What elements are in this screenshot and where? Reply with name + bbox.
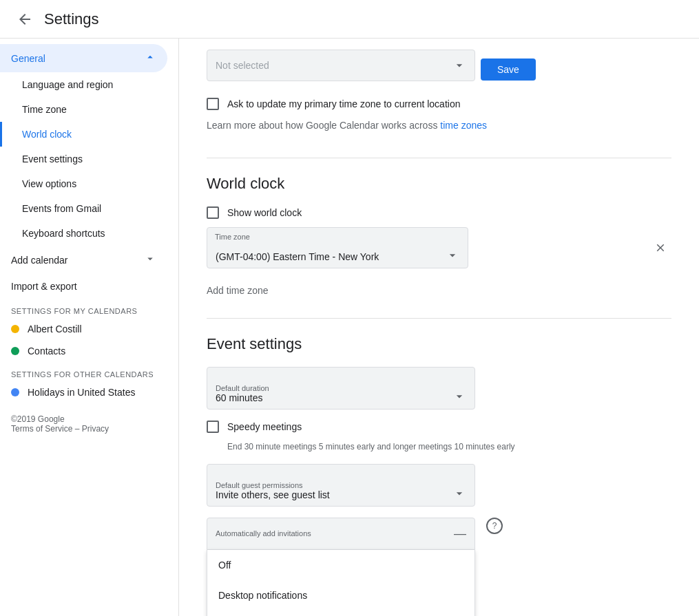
- world-clock-section: World clock Show world clock Time zone (…: [207, 158, 671, 319]
- import-export-label: Import & export: [11, 281, 77, 292]
- main-content: General Language and region Time zone Wo…: [0, 39, 699, 616]
- calendar-name-albert: Albert Costill: [28, 323, 82, 334]
- invitations-dropdown-open: Off Desktop notifications Alerts: [207, 550, 475, 616]
- show-world-clock-checkbox[interactable]: [207, 206, 219, 219]
- top-partial-section: Not selected Save Ask to update my prima…: [207, 39, 671, 158]
- chevron-up-icon: [144, 51, 156, 65]
- sidebar-item-viewoptions[interactable]: View options: [0, 171, 167, 196]
- app-header: Settings: [0, 0, 699, 39]
- guest-permissions-wrapper: Default guest permissions Invite others,…: [207, 464, 475, 507]
- guest-chevron-icon: [452, 487, 466, 500]
- sidebar-item-worldclock[interactable]: World clock: [0, 122, 167, 147]
- other-calendars-section-label: Settings for other calendars: [0, 362, 178, 381]
- chevron-down-icon: [144, 253, 156, 267]
- ask-update-timezone-checkbox[interactable]: [207, 98, 219, 110]
- auto-invitations-wrapper: Automatically add invitations — Off Desk…: [207, 518, 475, 616]
- sidebar-item-importexport[interactable]: Import & export: [0, 274, 167, 299]
- speedy-meetings-row: Speedy meetings: [207, 421, 671, 433]
- time-zones-link[interactable]: time zones: [440, 120, 487, 131]
- default-duration-dropdown[interactable]: Default duration 60 minutes: [207, 367, 475, 410]
- content-area: Not selected Save Ask to update my prima…: [179, 39, 699, 616]
- sidebar-footer: ©2019 Google Terms of Service – Privacy: [0, 403, 178, 445]
- timezone-chevron-icon: [446, 248, 459, 262]
- general-label: General: [11, 53, 45, 64]
- default-duration-wrapper: Default duration 60 minutes: [207, 367, 475, 410]
- invitations-collapse-button[interactable]: —: [454, 527, 466, 541]
- calendar-dot-contacts: [11, 347, 19, 355]
- guest-permissions-dropdown[interactable]: Default guest permissions Invite others,…: [207, 464, 475, 507]
- timezone-value: (GMT-04:00) Eastern Time - New York: [216, 244, 379, 262]
- auto-invitations-container: Automatically add invitations — Off Desk…: [207, 518, 671, 616]
- add-calendar-label: Add calendar: [11, 255, 68, 266]
- sidebar-item-eventsfromgmail[interactable]: Events from Gmail: [0, 196, 167, 221]
- event-settings-section: Event settings Default duration 60 minut…: [207, 319, 671, 616]
- invitations-option-desktop[interactable]: Desktop notifications: [207, 580, 474, 610]
- calendar-item-holidays[interactable]: Holidays in United States: [0, 381, 178, 403]
- guest-permissions-label: Default guest permissions: [216, 481, 330, 489]
- tos-link[interactable]: Terms of Service: [11, 424, 72, 434]
- calendar-name-holidays: Holidays in United States: [28, 387, 135, 398]
- privacy-link[interactable]: Privacy: [82, 424, 109, 434]
- sidebar: General Language and region Time zone Wo…: [0, 39, 179, 616]
- speedy-meetings-checkbox[interactable]: [207, 421, 219, 433]
- timezone-select-wrapper: Time zone (GMT-04:00) Eastern Time - New…: [207, 227, 644, 268]
- default-duration-label: Default duration: [216, 384, 269, 392]
- auto-invitations-label: Automatically add invitations: [216, 529, 311, 538]
- event-settings-title: Event settings: [207, 335, 671, 353]
- world-clock-title: World clock: [207, 175, 671, 193]
- timezone-field-label: Time zone: [215, 233, 250, 241]
- sidebar-item-general[interactable]: General: [0, 44, 167, 72]
- not-selected-dropdown[interactable]: Not selected: [207, 50, 475, 81]
- calendar-dot-albert: [11, 325, 19, 333]
- guest-permissions-value: Invite others, see guest list: [216, 489, 330, 500]
- sidebar-item-eventsettings[interactable]: Event settings: [0, 147, 167, 171]
- duration-chevron-icon: [452, 390, 466, 403]
- speedy-meetings-desc: End 30 minute meetings 5 minutes early a…: [227, 441, 671, 453]
- back-button[interactable]: [11, 6, 39, 33]
- timezone-select[interactable]: Time zone (GMT-04:00) Eastern Time - New…: [207, 227, 468, 268]
- calendar-dot-holidays: [11, 388, 19, 396]
- world-clock-timezone-row: Time zone (GMT-04:00) Eastern Time - New…: [207, 227, 671, 268]
- footer-separator: –: [75, 424, 82, 434]
- ask-update-timezone-row: Ask to update my primary time zone to cu…: [207, 98, 671, 110]
- footer-copyright: ©2019 Google: [11, 414, 65, 424]
- auto-invitations-header[interactable]: Automatically add invitations —: [207, 518, 475, 550]
- sidebar-item-language[interactable]: Language and region: [0, 72, 167, 97]
- sidebar-item-keyboardshortcuts[interactable]: Keyboard shortcuts: [0, 221, 167, 246]
- dropdown-chevron-icon: [452, 59, 466, 72]
- show-world-clock-row: Show world clock: [207, 206, 671, 219]
- my-calendars-section-label: Settings for my calendars: [0, 299, 178, 318]
- default-duration-value: 60 minutes: [216, 392, 262, 403]
- timezone-info: Learn more about how Google Calendar wor…: [207, 118, 671, 133]
- invitations-option-off[interactable]: Off: [207, 550, 474, 580]
- calendar-item-albert[interactable]: Albert Costill: [0, 318, 178, 340]
- invitations-option-alerts[interactable]: Alerts: [207, 610, 474, 616]
- add-timezone-button[interactable]: Add time zone: [207, 279, 671, 301]
- save-button[interactable]: Save: [481, 59, 536, 81]
- not-selected-text: Not selected: [216, 60, 269, 71]
- sidebar-item-addcalendar[interactable]: Add calendar: [0, 246, 167, 274]
- ask-update-timezone-label: Ask to update my primary time zone to cu…: [227, 98, 460, 109]
- help-icon[interactable]: ?: [486, 518, 503, 534]
- show-world-clock-label: Show world clock: [227, 207, 302, 218]
- sidebar-item-timezone[interactable]: Time zone: [0, 97, 167, 122]
- speedy-meetings-label: Speedy meetings: [227, 421, 302, 432]
- page-title: Settings: [44, 10, 99, 28]
- calendar-item-contacts[interactable]: Contacts: [0, 340, 178, 362]
- remove-timezone-button[interactable]: [649, 237, 671, 259]
- calendar-name-contacts: Contacts: [28, 346, 65, 357]
